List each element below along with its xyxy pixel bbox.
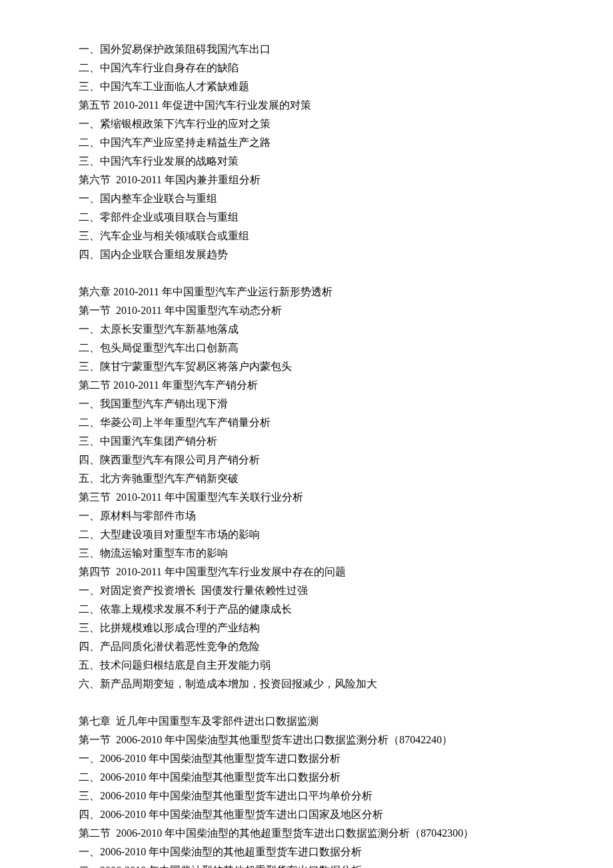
text-line: 第四节 2010-2011 年中国重型汽车行业发展中存在的问题 <box>79 563 534 581</box>
text-line: 第一节 2010-2011 年中国重型汽车动态分析 <box>79 301 534 320</box>
text-line: 二、包头局促重型汽车出口创新高 <box>79 339 534 357</box>
text-line: 三、汽车企业与相关领域联合或重组 <box>79 227 534 245</box>
document-body: 一、国外贸易保护政策阻碍我国汽车出口二、中国汽车行业自身存在的缺陷三、中国汽车工… <box>79 40 534 868</box>
blank-line <box>79 693 534 712</box>
text-line: 三、中国汽车行业发展的战略对策 <box>79 152 534 171</box>
text-line: 第七章 近几年中国重型车及零部件进出口数据监测 <box>79 712 534 731</box>
text-line: 一、太原长安重型汽车新基地落成 <box>79 320 534 339</box>
text-line: 一、2006-2010 年中国柴油型其他重型货车进口数据分析 <box>79 749 534 768</box>
text-line: 一、我国重型汽车产销出现下滑 <box>79 395 534 413</box>
text-line: 五、北方奔驰重型汽车产销新突破 <box>79 469 534 488</box>
text-line: 二、零部件企业或项目联合与重组 <box>79 208 534 227</box>
text-line: 一、国外贸易保护政策阻碍我国汽车出口 <box>79 40 534 59</box>
text-line: 四、国内企业联合重组发展趋势 <box>79 245 534 264</box>
text-line: 一、原材料与零部件市场 <box>79 507 534 525</box>
text-line: 第一节 2006-2010 年中国柴油型其他重型货车进出口数据监测分析（8704… <box>79 731 534 749</box>
text-line: 三、2006-2010 年中国柴油型其他重型货车进出口平均单价分析 <box>79 787 534 805</box>
blank-line <box>79 264 534 283</box>
text-line: 三、比拼规模难以形成合理的产业结构 <box>79 619 534 637</box>
text-line: 第二节 2006-2010 年中国柴油型的其他超重型货车进出口数据监测分析（87… <box>79 824 534 843</box>
text-line: 第三节 2010-2011 年中国重型汽车关联行业分析 <box>79 488 534 507</box>
text-line: 四、陕西重型汽车有限公司月产销分析 <box>79 451 534 469</box>
text-line: 三、物流运输对重型车市的影响 <box>79 544 534 563</box>
text-line: 一、紧缩银根政策下汽车行业的应对之策 <box>79 115 534 133</box>
text-line: 二、2006-2010 年中国柴油型其他重型货车出口数据分析 <box>79 768 534 787</box>
text-line: 第六节 2010-2011 年国内兼并重组分析 <box>79 171 534 189</box>
text-line: 三、中国重汽车集团产销分析 <box>79 432 534 451</box>
text-line: 一、对固定资产投资增长 国债发行量依赖性过强 <box>79 581 534 600</box>
text-line: 二、中国汽车产业应坚持走精益生产之路 <box>79 133 534 152</box>
text-line: 四、产品同质化潜伏着恶性竞争的危险 <box>79 637 534 656</box>
text-line: 二、大型建设项目对重型车市场的影响 <box>79 525 534 544</box>
text-line: 二、依靠上规模求发展不利于产品的健康成长 <box>79 600 534 619</box>
text-line: 一、2006-2010 年中国柴油型的其他超重型货车进口数据分析 <box>79 843 534 861</box>
text-line: 五、技术问题归根结底是自主开发能力弱 <box>79 656 534 675</box>
document-page: 一、国外贸易保护政策阻碍我国汽车出口二、中国汽车行业自身存在的缺陷三、中国汽车工… <box>0 0 613 868</box>
text-line: 三、陕甘宁蒙重型汽车贸易区将落户内蒙包头 <box>79 357 534 376</box>
text-line: 二、中国汽车行业自身存在的缺陷 <box>79 59 534 77</box>
text-line: 第二节 2010-2011 年重型汽车产销分析 <box>79 376 534 395</box>
text-line: 第五节 2010-2011 年促进中国汽车行业发展的对策 <box>79 96 534 115</box>
text-line: 一、国内整车企业联合与重组 <box>79 189 534 208</box>
text-line: 二、华菱公司上半年重型汽车产销量分析 <box>79 413 534 432</box>
text-line: 三、中国汽车工业面临人才紧缺难题 <box>79 77 534 96</box>
text-line: 四、2006-2010 年中国柴油型其他重型货车进出口国家及地区分析 <box>79 805 534 824</box>
text-line: 六、新产品周期变短，制造成本增加，投资回报减少，风险加大 <box>79 675 534 693</box>
text-line: 第六章 2010-2011 年中国重型汽车产业运行新形势透析 <box>79 283 534 301</box>
